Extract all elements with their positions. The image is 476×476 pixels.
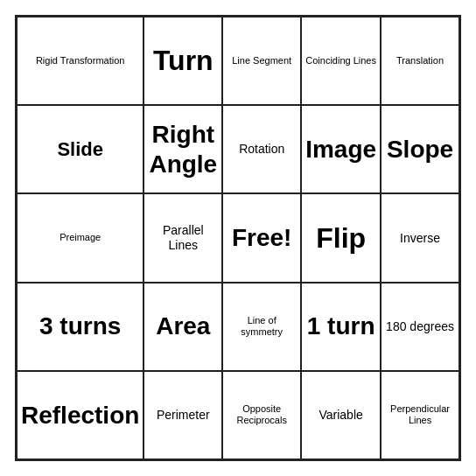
line-of-symmetry: Line of symmetry [222,283,301,371]
area: Area [144,283,222,371]
perpendicular-lines: Perpendicular Lines [381,371,459,459]
reflection: Reflection [17,371,144,459]
slope: Slope [381,105,459,193]
parallel-lines: Parallel Lines [144,193,222,282]
line-segment: Line Segment [222,17,301,105]
bingo-board: Rigid TransformationTurnLine SegmentCoin… [15,15,461,461]
free: Free! [222,193,301,282]
right-angle: Right Angle [144,105,222,193]
1-turn: 1 turn [301,283,381,371]
rigid-transformation: Rigid Transformation [17,17,144,105]
translation: Translation [381,17,459,105]
perimeter: Perimeter [144,371,222,459]
rotation: Rotation [222,105,301,193]
turn: Turn [144,17,222,105]
image: Image [301,105,381,193]
opposite-reciprocals: Opposite Reciprocals [222,371,301,459]
coinciding-lines: Coinciding Lines [301,17,381,105]
180-degrees: 180 degrees [381,283,459,371]
slide: Slide [17,105,144,193]
3-turns: 3 turns [17,283,144,371]
variable: Variable [301,371,381,459]
flip: Flip [301,193,381,282]
preimage: Preimage [17,193,144,282]
inverse: Inverse [381,193,459,282]
